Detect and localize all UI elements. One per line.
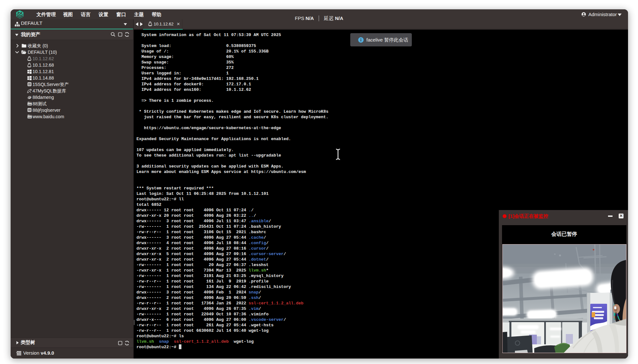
svg-text:WEB: WEB (28, 103, 32, 105)
svg-text:WEB: WEB (28, 116, 32, 118)
